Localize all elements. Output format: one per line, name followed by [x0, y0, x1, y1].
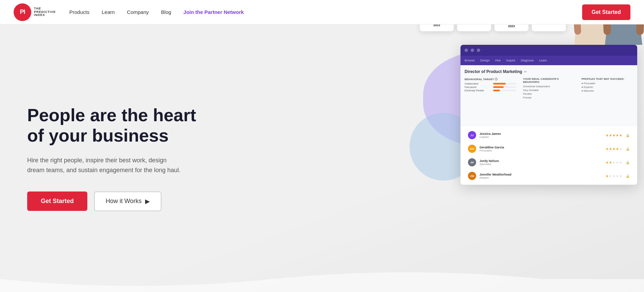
- candidate-role-1: Captain: [480, 135, 602, 139]
- star-empty: ★: [612, 161, 615, 164]
- profile-2: ● Explorer: [581, 86, 633, 89]
- candidate-row-3: JN Jordy Nelson Specialist ★ ★ ★ ★ ★ 🔒: [465, 156, 633, 168]
- star-empty: ★: [616, 174, 619, 178]
- candidate-name-1: Jessica James: [480, 132, 602, 135]
- star-empty: ★: [616, 161, 619, 164]
- profiles-label: PROFILES THAT MAY SUCCEED:: [581, 77, 633, 80]
- job-title: Director of Product Marketing: [465, 69, 522, 74]
- profile-3: ● Maverick: [581, 89, 633, 92]
- navbar: PI THE PREDICTIVE INDEX Products Learn C…: [0, 0, 644, 24]
- nav-company[interactable]: Company: [127, 9, 149, 15]
- nav-blog[interactable]: Blog: [161, 9, 171, 15]
- stars-3: ★ ★ ★ ★ ★: [606, 161, 622, 164]
- dot2: [471, 49, 474, 52]
- logo-pi-text: PI: [20, 8, 25, 16]
- star: ★: [609, 133, 612, 137]
- star: ★: [609, 161, 612, 164]
- star: ★: [606, 174, 609, 178]
- badge-most-implementable: G Most Implementable Mid-MarketSPRING 20…: [494, 24, 528, 31]
- bar-track-2: [493, 86, 516, 88]
- lock-icon-2: 🔒: [626, 147, 630, 151]
- star: ★: [606, 133, 609, 137]
- candidate-info-2: Geraldine Garcia Persuader: [480, 146, 602, 152]
- hero-get-started-button[interactable]: Get Started: [27, 191, 87, 211]
- lock-icon-3: 🔒: [626, 161, 630, 164]
- nav-learn[interactable]: Learn: [102, 9, 115, 15]
- bar-label-2: Fast-paced: [465, 86, 492, 88]
- nav-products[interactable]: Products: [69, 9, 89, 15]
- badge-leader: G Leader SPRING 2023: [532, 24, 566, 31]
- ideal-3: Flexible: [523, 92, 575, 95]
- logo-icon: PI: [14, 3, 31, 21]
- badge-year-3: 2023: [499, 24, 524, 28]
- tab-design: Design: [480, 59, 490, 62]
- candidate-list: JJ Jessica James Captain ★ ★ ★ ★ ★ 🔒: [460, 126, 637, 185]
- hero-title: People are the heart of your business: [27, 105, 204, 146]
- tab-learn: Learn: [539, 59, 547, 62]
- hero-left: People are the heart of your business Hi…: [27, 105, 204, 211]
- star: ★: [616, 147, 619, 151]
- behavioral-section: BEHAVIORAL TARGET ⓘ Collaborative Fast-p…: [465, 77, 633, 100]
- nav-links: Products Learn Company Blog Join the Par…: [69, 9, 582, 15]
- candidate-avatar-4: JW: [468, 172, 476, 180]
- bar-track-3: [493, 90, 516, 91]
- dot1: [465, 49, 468, 52]
- candidate-name-3: Jordy Nelson: [480, 159, 602, 163]
- behavioral-bars: BEHAVIORAL TARGET ⓘ Collaborative Fast-p…: [465, 77, 516, 100]
- edit-icon: ✏: [524, 70, 527, 74]
- candidate-info-3: Jordy Nelson Specialist: [480, 159, 602, 166]
- tab-hire: Hire: [495, 59, 501, 62]
- star: ★: [612, 147, 615, 151]
- hero-buttons: Get Started How it Works ▶: [27, 191, 204, 211]
- bar-label-3: Extremely Flexible: [465, 89, 492, 92]
- ideal-label: YOUR IDEAL CANDIDATE'S BEHAVIORS:: [523, 77, 575, 84]
- candidate-role-4: Adapter: [480, 176, 602, 179]
- how-it-works-label: How it Works: [106, 198, 142, 205]
- badge-best-results: G Best Results Mid-MarketSPRING 2023: [457, 24, 491, 31]
- stars-1: ★ ★ ★ ★ ★: [606, 133, 622, 137]
- lock-icon-4: 🔒: [626, 174, 630, 178]
- star: ★: [616, 133, 619, 137]
- stars-4: ★ ★ ★ ★ ★: [606, 174, 622, 178]
- hero-subtitle: Hire the right people, inspire their bes…: [27, 156, 184, 175]
- candidate-info-1: Jessica James Captain: [480, 132, 602, 139]
- candidate-row-1: JJ Jessica James Captain ★ ★ ★ ★ ★ 🔒: [465, 129, 633, 141]
- candidate-name-2: Geraldine Garcia: [480, 146, 602, 149]
- candidate-avatar-3: JN: [468, 158, 476, 166]
- bar-flexible: Extremely Flexible: [465, 89, 516, 92]
- tab-inspire: Inspire: [506, 59, 516, 62]
- hero-section: People are the heart of your business Hi…: [0, 24, 644, 292]
- dot3: [477, 49, 480, 52]
- hero-how-it-works-button[interactable]: How it Works ▶: [94, 191, 161, 211]
- star-empty: ★: [619, 147, 622, 151]
- badges-row: G Best Relationship SPRING 2023 G Best R…: [420, 24, 566, 31]
- app-content-area: Director of Product Marketing ✏ BEHAVIOR…: [460, 65, 637, 126]
- stars-2: ★ ★ ★ ★ ★: [606, 147, 622, 151]
- candidate-info-4: Jennifer Weatherhead Adapter: [480, 173, 602, 179]
- hero-wave: [0, 266, 644, 292]
- lock-icon-1: 🔒: [626, 133, 630, 137]
- ideal-4: Precise: [523, 96, 575, 99]
- bar-fill-2: [493, 86, 504, 88]
- bar-track-1: [493, 83, 516, 85]
- nav-get-started-button[interactable]: Get Started: [582, 4, 630, 20]
- nav-partner[interactable]: Join the Partner Network: [184, 9, 244, 15]
- candidate-name-4: Jennifer Weatherhead: [480, 173, 602, 176]
- star: ★: [612, 133, 615, 137]
- bar-fill-1: [493, 83, 506, 85]
- star: ★: [609, 147, 612, 151]
- star: ★: [606, 161, 609, 164]
- behavioral-label: BEHAVIORAL TARGET ⓘ: [465, 77, 516, 81]
- star-empty: ★: [619, 161, 622, 164]
- people-photo: [556, 24, 644, 45]
- bar-fastpaced: Fast-paced: [465, 86, 516, 88]
- logo[interactable]: PI THE PREDICTIVE INDEX: [14, 3, 56, 21]
- badge-year-1: 2023: [424, 24, 449, 27]
- profile-1: ● Persuader: [581, 82, 633, 85]
- star-empty: ★: [619, 174, 622, 178]
- ideal-behaviors: YOUR IDEAL CANDIDATE'S BEHAVIORS: Somewh…: [523, 77, 575, 100]
- candidate-avatar-2: GG: [468, 145, 476, 153]
- ideal-1: Somewhat Independent: [523, 85, 575, 88]
- tab-diagnose: Diagnose: [521, 59, 534, 62]
- ideal-2: Very Sociable: [523, 89, 575, 92]
